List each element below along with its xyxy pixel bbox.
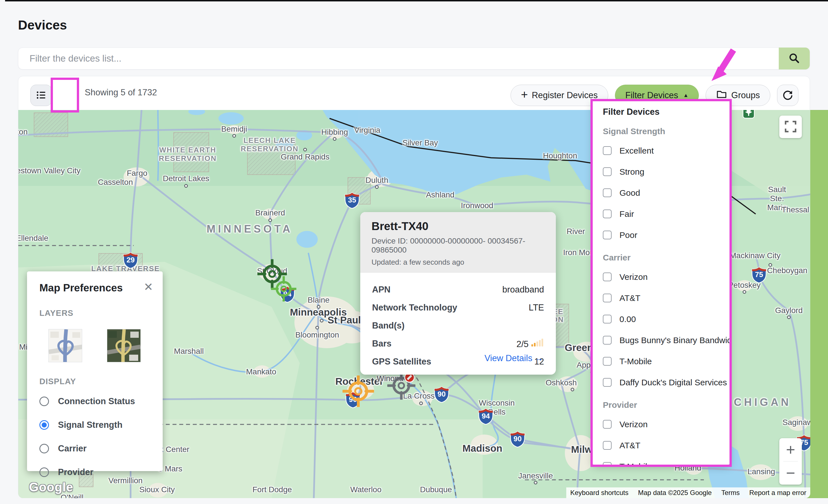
filter-option-at-t[interactable]: AT&T bbox=[603, 287, 719, 309]
filter-option-label: Fair bbox=[619, 209, 634, 219]
filter-option-label: Verizon bbox=[619, 420, 648, 429]
interstate-shield-icon: 29 bbox=[123, 252, 138, 269]
display-option-connection-status[interactable]: Connection Status bbox=[39, 396, 150, 406]
device-marker-disconnected[interactable] bbox=[387, 371, 415, 401]
checkbox-icon[interactable] bbox=[603, 315, 612, 323]
city-dot bbox=[419, 402, 423, 405]
interstate-shield-icon: 94 bbox=[478, 408, 494, 425]
map-attribution: Keyboard shortcutsMap data ©2025 GoogleT… bbox=[566, 488, 810, 498]
filter-section-label: Provider bbox=[603, 400, 719, 410]
filter-option-excellent[interactable]: Excellent bbox=[603, 140, 719, 161]
device-marker-strong[interactable] bbox=[271, 276, 296, 303]
city-dot bbox=[303, 148, 307, 151]
google-logo[interactable]: Google bbox=[29, 480, 74, 494]
filter-option-label: Bugs Bunny's Binary Bandwidth bbox=[619, 335, 730, 345]
city-dot bbox=[184, 184, 188, 188]
zoom-in-button[interactable]: + bbox=[779, 438, 802, 461]
map-preferences-title: Map Preferences bbox=[39, 282, 150, 294]
attribution-link[interactable]: Keyboard shortcuts bbox=[570, 489, 628, 497]
radio-icon[interactable] bbox=[39, 467, 49, 477]
map-layer-thumbnail[interactable] bbox=[48, 329, 82, 362]
checkbox-icon[interactable] bbox=[603, 357, 612, 366]
filter-option-good[interactable]: Good bbox=[603, 182, 719, 203]
filter-section-label: Signal Strength bbox=[603, 127, 719, 136]
detail-value: broadband bbox=[502, 285, 544, 295]
signal-bars-icon bbox=[531, 338, 544, 349]
interstate-shield-icon: 75 bbox=[751, 266, 767, 284]
zoom-control: + − bbox=[779, 438, 802, 485]
filter-option-label: Poor bbox=[619, 230, 637, 240]
device-marker-fair[interactable] bbox=[342, 375, 374, 408]
list-view-button[interactable] bbox=[30, 85, 52, 106]
interstate-shield-icon: 35 bbox=[344, 192, 360, 209]
layers-section-label: LAYERS bbox=[39, 309, 150, 318]
city-dot bbox=[375, 185, 379, 189]
interstate-shield-icon: 90 bbox=[510, 430, 526, 448]
checkbox-icon[interactable] bbox=[603, 420, 612, 429]
device-popup-header: Brett-TX40 Device ID: 00000000-00000000-… bbox=[360, 212, 556, 273]
filter-panel-title: Filter Devices bbox=[603, 107, 719, 117]
radio-icon[interactable] bbox=[39, 444, 49, 453]
attribution-link[interactable]: Report a map error bbox=[749, 489, 806, 497]
showing-count: Showing 5 of 1732 bbox=[85, 87, 157, 98]
fullscreen-button[interactable] bbox=[779, 116, 802, 138]
filter-option-t-mobile[interactable]: T-Mobile bbox=[603, 456, 719, 465]
device-name: Brett-TX40 bbox=[372, 220, 545, 233]
devices-page: Devices Showing 5 of 1732 + bbox=[0, 0, 828, 504]
filter-option-daffy-duck-s-digital-services[interactable]: Daffy Duck's Digital Services bbox=[603, 372, 719, 393]
radio-icon[interactable] bbox=[39, 397, 49, 406]
display-option-provider[interactable]: Provider bbox=[39, 467, 150, 477]
display-option-carrier[interactable]: Carrier bbox=[39, 444, 150, 454]
filter-option-label: Verizon bbox=[619, 272, 648, 282]
city-dot bbox=[316, 326, 319, 330]
refresh-button[interactable] bbox=[777, 85, 798, 106]
filter-option-label: T-Mobile bbox=[619, 462, 652, 465]
filter-option-strong[interactable]: Strong bbox=[603, 161, 719, 182]
map-preferences-panel: Map Preferences ✕ LAYERS DISPLAY Connect… bbox=[27, 271, 163, 471]
checkbox-icon[interactable] bbox=[603, 188, 612, 197]
checkbox-icon[interactable] bbox=[603, 146, 612, 155]
display-option-label: Provider bbox=[58, 467, 93, 477]
checkbox-icon[interactable] bbox=[603, 336, 612, 345]
interstate-shield-icon: 90 bbox=[434, 386, 450, 403]
filter-sections: Signal StrengthExcellentStrongGoodFairPo… bbox=[603, 127, 719, 465]
search-button[interactable] bbox=[779, 48, 810, 70]
city-dot bbox=[349, 318, 353, 321]
checkbox-icon[interactable] bbox=[603, 231, 612, 239]
filter-option-poor[interactable]: Poor bbox=[603, 224, 719, 245]
filter-option-0-00[interactable]: 0.00 bbox=[603, 309, 719, 330]
display-section-label: DISPLAY bbox=[39, 377, 150, 386]
attribution-link[interactable]: Terms bbox=[721, 489, 740, 497]
checkbox-icon[interactable] bbox=[603, 378, 612, 387]
filter-option-label: T-Mobile bbox=[619, 357, 652, 366]
checkbox-icon[interactable] bbox=[603, 210, 612, 218]
display-option-signal-strength[interactable]: Signal Strength bbox=[39, 420, 150, 430]
view-details-link[interactable]: View Details → bbox=[484, 353, 543, 363]
filter-option-bugs-bunny-s-binary-bandwidth[interactable]: Bugs Bunny's Binary Bandwidth bbox=[603, 330, 719, 351]
detail-label: Bars bbox=[372, 338, 391, 349]
checkbox-icon[interactable] bbox=[603, 273, 612, 281]
close-icon[interactable]: ✕ bbox=[143, 280, 153, 293]
device-popup: Brett-TX40 Device ID: 00000000-00000000-… bbox=[360, 212, 556, 375]
detail-label: Network Technology bbox=[372, 303, 457, 313]
satellite-layer-thumbnail[interactable] bbox=[107, 329, 141, 362]
search-input[interactable] bbox=[18, 48, 779, 69]
shield-number: 29 bbox=[123, 256, 138, 264]
list-icon bbox=[36, 89, 47, 101]
checkbox-icon[interactable] bbox=[603, 167, 612, 176]
zoom-out-button[interactable]: − bbox=[779, 462, 802, 485]
page-title: Devices bbox=[18, 17, 67, 33]
detail-value: 2/5 bbox=[516, 338, 544, 349]
checkbox-icon[interactable] bbox=[603, 441, 612, 450]
radio-selected-icon[interactable] bbox=[39, 420, 49, 430]
filter-option-at-t[interactable]: AT&T bbox=[603, 435, 719, 456]
filter-option-t-mobile[interactable]: T-Mobile bbox=[603, 351, 719, 372]
filter-option-fair[interactable]: Fair bbox=[603, 203, 719, 224]
checkbox-icon[interactable] bbox=[603, 462, 612, 465]
display-option-label: Carrier bbox=[58, 444, 87, 454]
city-dot bbox=[317, 305, 321, 309]
checkbox-icon[interactable] bbox=[603, 293, 612, 302]
filter-option-verizon[interactable]: Verizon bbox=[603, 266, 719, 287]
filter-option-verizon[interactable]: Verizon bbox=[603, 414, 719, 435]
city-dot bbox=[743, 290, 746, 294]
